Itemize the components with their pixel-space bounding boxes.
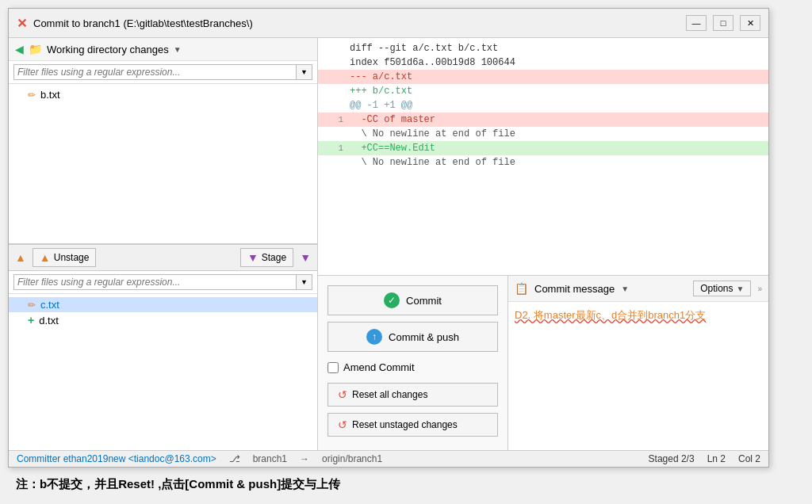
minimize-button[interactable]: — xyxy=(686,15,707,31)
commit-push-label: Commit & push xyxy=(389,331,459,343)
col-info: Col 2 xyxy=(738,453,760,464)
reset-all-icon: ↺ xyxy=(338,388,347,401)
ln-info: Ln 2 xyxy=(707,453,726,464)
commit-message-dropdown-icon[interactable]: ▼ xyxy=(621,284,629,293)
commit-push-button[interactable]: ↑ Commit & push xyxy=(327,322,498,352)
file-name: c.txt xyxy=(40,299,59,311)
working-dir-file-list: ✏ b.txt xyxy=(9,84,317,243)
diff-line: +++ b/c.txt xyxy=(318,84,768,98)
commit-message-text[interactable]: D2. 将master最新c、d合并到branch1分支 xyxy=(508,302,768,450)
list-item[interactable]: ✏ b.txt xyxy=(9,87,317,102)
amend-row: Amend Commit xyxy=(327,358,498,376)
stage-button[interactable]: ▼ Stage xyxy=(240,248,293,267)
reset-all-button[interactable]: ↺ Reset all changes xyxy=(327,383,498,407)
nav-back-icon: ◀ xyxy=(15,43,24,55)
diff-line: 1 -CC of master xyxy=(318,113,768,127)
close-button[interactable]: ✕ xyxy=(740,15,760,31)
diff-content: \ No newline at end of file xyxy=(350,128,515,139)
commit-button[interactable]: ✓ Commit xyxy=(327,285,498,315)
file-name: b.txt xyxy=(40,89,60,101)
working-dir-header: ◀ 📁 Working directory changes ▼ xyxy=(9,38,317,61)
diff-line: \ No newline at end of file xyxy=(318,155,768,170)
diff-line: 1 +CC==New.Edit xyxy=(318,141,768,155)
diff-view[interactable]: diff --git a/c.txt b/c.txt index f501d6a… xyxy=(318,38,768,276)
titlebar-controls: — □ ✕ xyxy=(686,15,760,31)
plus-icon: + xyxy=(28,314,34,326)
commit-label: Commit xyxy=(406,295,442,307)
unstage-btn-icon: ▲ xyxy=(40,251,51,264)
staged-section: ▼ ✏ c.txt + d.txt xyxy=(9,271,317,450)
branch-arrow: → xyxy=(300,453,309,464)
action-area: ✓ Commit ↑ Commit & push Amend Commit ↺ … xyxy=(318,276,768,450)
main-content: ◀ 📁 Working directory changes ▼ ▼ ✏ b.tx… xyxy=(9,38,768,450)
expand-icon[interactable]: » xyxy=(757,284,762,293)
working-dir-label: Working directory changes xyxy=(47,44,169,55)
diff-content: +++ b/c.txt xyxy=(350,86,412,97)
options-label: Options xyxy=(700,283,733,294)
stage-btn-icon: ▼ xyxy=(247,251,259,264)
note-text: 注：b不提交，并且Reset! ,点击[Commit & push]提交与上传 xyxy=(16,477,340,491)
titlebar-left: ✕ Commit to branch1 (E:\gitlab\test\test… xyxy=(17,16,253,31)
commit-msg-icon: 📋 xyxy=(515,282,528,295)
status-bar-right: Staged 2/3 Ln 2 Col 2 xyxy=(649,453,760,464)
left-panel: ◀ 📁 Working directory changes ▼ ▼ ✏ b.tx… xyxy=(9,38,318,450)
reset-unstaged-icon: ↺ xyxy=(338,418,347,431)
action-buttons: ✓ Commit ↑ Commit & push Amend Commit ↺ … xyxy=(318,276,508,450)
pencil-icon: ✏ xyxy=(28,300,36,311)
working-dir-filter-dropdown[interactable]: ▼ xyxy=(297,64,312,80)
right-panel: diff --git a/c.txt b/c.txt index f501d6a… xyxy=(318,38,768,450)
maximize-button[interactable]: □ xyxy=(713,15,733,31)
commit-push-icon: ↑ xyxy=(366,329,382,345)
note-section: 注：b不提交，并且Reset! ,点击[Commit & push]提交与上传 xyxy=(8,468,804,498)
diff-line: --- a/c.txt xyxy=(318,70,768,84)
remote-name: origin/branch1 xyxy=(322,453,382,464)
commit-message-content: D2. 将master最新c、d合并到branch1分支 xyxy=(515,309,706,321)
working-dir-dropdown-icon[interactable]: ▼ xyxy=(174,45,182,54)
commit-message-header-label: Commit message xyxy=(534,283,615,295)
diff-content: --- a/c.txt xyxy=(350,71,412,82)
branch-icon: ⎇ xyxy=(229,453,240,464)
staged-count: Staged 2/3 xyxy=(649,453,695,464)
diff-line: \ No newline at end of file xyxy=(318,127,768,141)
unstage-label: Unstage xyxy=(54,252,90,263)
titlebar: ✕ Commit to branch1 (E:\gitlab\test\test… xyxy=(9,9,768,38)
options-button[interactable]: Options ▼ xyxy=(693,281,751,296)
stage-all-icon: ▼ xyxy=(300,251,311,264)
working-dir-icon: 📁 xyxy=(29,43,42,55)
unstage-button[interactable]: ▲ Unstage xyxy=(33,248,97,267)
diff-content: @@ -1 +1 @@ xyxy=(350,100,412,111)
diff-line-num: 1 xyxy=(324,143,343,153)
committer-info: Committer ethan2019new <tiandoc@163.com> xyxy=(17,453,216,464)
pencil-icon: ✏ xyxy=(28,90,36,101)
diff-content: -CC of master xyxy=(350,114,435,125)
staged-filter-input[interactable] xyxy=(13,274,297,290)
diff-line: @@ -1 +1 @@ xyxy=(318,98,768,113)
status-bar: Committer ethan2019new <tiandoc@163.com>… xyxy=(9,450,768,467)
staged-filter-bar: ▼ xyxy=(9,271,317,294)
working-dir-filter-input[interactable] xyxy=(13,64,297,80)
file-name: d.txt xyxy=(39,315,59,326)
diff-content: diff --git a/c.txt b/c.txt xyxy=(350,43,498,54)
commit-message-area: 📋 Commit message ▼ Options ▼ » D2. 将mast… xyxy=(508,276,768,450)
working-dir-section: ◀ 📁 Working directory changes ▼ ▼ ✏ b.tx… xyxy=(9,38,317,244)
stage-bar: ▲ ▲ Unstage ▼ Stage ▼ xyxy=(9,244,317,271)
list-item[interactable]: ✏ c.txt xyxy=(9,297,317,312)
commit-message-header: 📋 Commit message ▼ Options ▼ » xyxy=(508,276,768,302)
app-icon: ✕ xyxy=(17,16,27,31)
list-item[interactable]: + d.txt xyxy=(9,312,317,328)
stage-label: Stage xyxy=(262,252,286,263)
staged-file-list: ✏ c.txt + d.txt xyxy=(9,294,317,450)
reset-all-label: Reset all changes xyxy=(352,389,427,400)
unstage-arrow-icon: ▲ xyxy=(15,251,26,264)
branch-name: branch1 xyxy=(253,453,287,464)
amend-checkbox[interactable] xyxy=(327,362,339,373)
diff-content: \ No newline at end of file xyxy=(350,157,515,168)
staged-filter-dropdown[interactable]: ▼ xyxy=(297,274,312,290)
diff-content: +CC==New.Edit xyxy=(350,143,435,154)
working-dir-filter-bar: ▼ xyxy=(9,61,317,84)
reset-unstaged-button[interactable]: ↺ Reset unstaged changes xyxy=(327,413,498,437)
diff-line: diff --git a/c.txt b/c.txt xyxy=(318,41,768,55)
diff-line-num: 1 xyxy=(324,115,343,124)
window-title: Commit to branch1 (E:\gitlab\test\testBr… xyxy=(33,17,253,29)
options-dropdown-icon: ▼ xyxy=(737,284,745,293)
